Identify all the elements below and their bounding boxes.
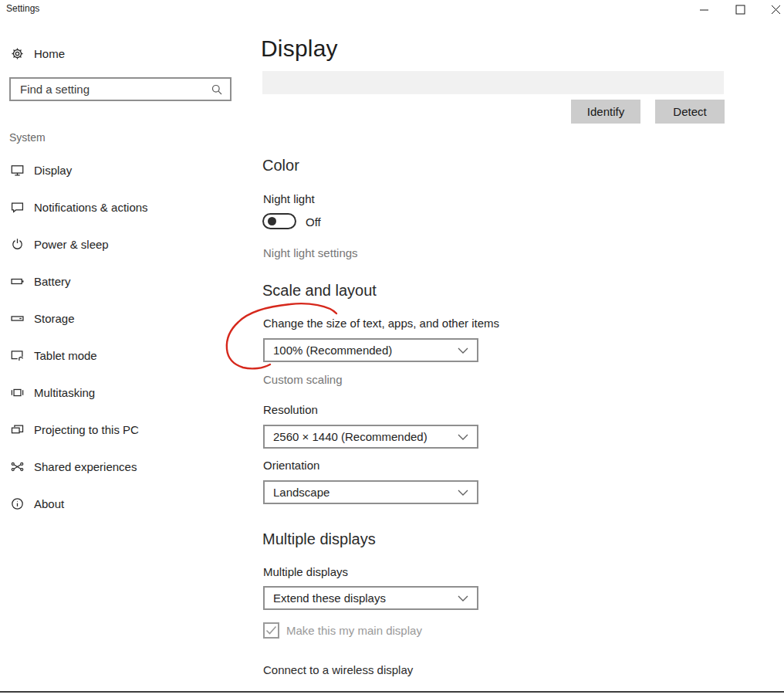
resolution-dropdown[interactable]: 2560 × 1440 (Recommended) [263, 425, 478, 449]
orientation-dropdown-value: Landscape [273, 486, 329, 499]
sidebar-item-label: Storage [34, 312, 75, 325]
orientation-label: Orientation [263, 459, 319, 472]
color-heading: Color [262, 157, 299, 174]
identify-button[interactable]: Identify [571, 100, 640, 124]
night-light-settings-link[interactable]: Night light settings [263, 246, 358, 259]
display-preview-bar [262, 71, 724, 94]
close-button[interactable] [764, 0, 784, 19]
main-display-checkbox-label: Make this my main display [286, 624, 422, 637]
about-icon [11, 497, 24, 510]
minimize-icon [699, 5, 709, 15]
sidebar-item-tablet-mode[interactable]: Tablet mode [11, 341, 238, 369]
toggle-knob [268, 217, 276, 225]
sidebar-item-power-sleep[interactable]: Power & sleep [11, 230, 238, 258]
scale-label: Change the size of text, apps, and other… [263, 317, 499, 330]
multiple-displays-heading: Multiple displays [262, 530, 376, 548]
sidebar-item-battery[interactable]: Battery [11, 267, 238, 295]
shared-experiences-icon [11, 460, 24, 473]
chevron-down-icon [458, 595, 468, 601]
sidebar-item-storage[interactable]: Storage [11, 304, 238, 332]
multiple-displays-dropdown-value: Extend these displays [273, 591, 386, 605]
window-title: Settings [6, 3, 39, 14]
search-input[interactable] [11, 79, 211, 100]
search-icon[interactable] [211, 83, 223, 96]
close-icon [771, 5, 781, 15]
maximize-button[interactable] [728, 0, 752, 19]
sidebar-item-label: About [34, 497, 64, 510]
sidebar-item-label: Multitasking [34, 386, 95, 399]
sidebar-item-label: Power & sleep [34, 238, 109, 251]
sidebar-item-label: Tablet mode [34, 349, 97, 362]
sidebar-item-about[interactable]: About [11, 490, 238, 517]
sidebar-item-display[interactable]: Display [11, 156, 238, 184]
night-light-label: Night light [263, 192, 315, 205]
sidebar-item-label: Display [34, 164, 72, 177]
multiple-displays-label: Multiple displays [263, 565, 348, 578]
resolution-label: Resolution [263, 403, 318, 416]
sidebar-item-notifications[interactable]: Notifications & actions [11, 193, 238, 221]
scale-heading: Scale and layout [262, 282, 377, 300]
notifications-icon [11, 201, 24, 214]
custom-scaling-link[interactable]: Custom scaling [263, 373, 343, 386]
sidebar-item-label: Notifications & actions [34, 201, 148, 214]
display-icon [11, 164, 24, 177]
main-display-checkbox[interactable] [263, 622, 279, 639]
scale-dropdown-value: 100% (Recommended) [273, 344, 392, 357]
night-light-state: Off [306, 215, 321, 229]
tablet-mode-icon [11, 349, 24, 362]
multitasking-icon [11, 386, 24, 399]
settings-window: Settings Home [0, 0, 784, 698]
resolution-dropdown-value: 2560 × 1440 (Recommended) [273, 430, 427, 443]
home-item-label: Home [34, 47, 65, 60]
wireless-display-link[interactable]: Connect to a wireless display [263, 663, 413, 676]
minimize-button[interactable] [692, 0, 715, 19]
gear-icon [11, 47, 24, 60]
sidebar-item-shared-experiences[interactable]: Shared experiences [11, 452, 238, 480]
search-box [9, 77, 231, 101]
scale-dropdown[interactable]: 100% (Recommended) [263, 338, 478, 362]
projecting-icon [11, 423, 24, 436]
sidebar-item-label: Projecting to this PC [34, 423, 139, 436]
checkmark-icon [265, 625, 277, 635]
sidebar-item-projecting[interactable]: Projecting to this PC [11, 415, 238, 443]
orientation-dropdown[interactable]: Landscape [263, 480, 478, 504]
sidebar-item-label: Shared experiences [34, 460, 137, 473]
home-item[interactable]: Home [11, 42, 235, 65]
maximize-icon [735, 5, 745, 15]
storage-icon [11, 312, 24, 325]
detect-button[interactable]: Detect [655, 100, 725, 124]
main-display-checkbox-row: Make this my main display [263, 622, 422, 639]
system-section-label: System [9, 131, 46, 144]
power-icon [11, 238, 24, 251]
window-bottom-border [0, 691, 784, 693]
battery-icon [11, 275, 24, 288]
sidebar-item-label: Battery [34, 275, 71, 288]
chevron-down-icon [458, 347, 468, 354]
night-light-toggle[interactable] [262, 213, 296, 229]
page-title: Display [261, 36, 338, 62]
chevron-down-icon [458, 434, 468, 440]
multiple-displays-dropdown[interactable]: Extend these displays [263, 586, 478, 610]
sidebar-item-multitasking[interactable]: Multitasking [11, 378, 238, 406]
chevron-down-icon [458, 490, 468, 496]
